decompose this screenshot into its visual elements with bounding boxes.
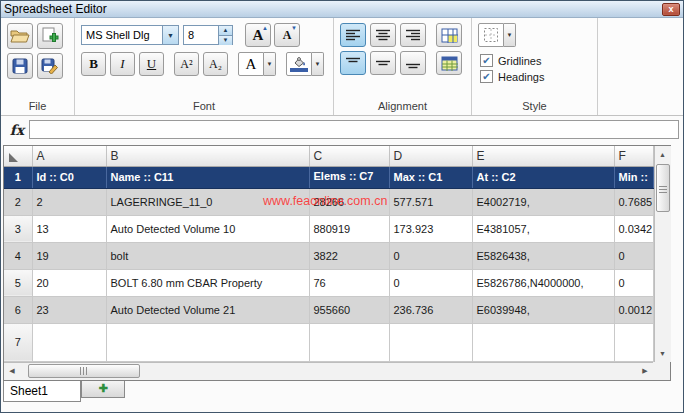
cell-b6[interactable]: Auto Detected Volume 21	[106, 296, 309, 323]
row-header-6[interactable]: 6	[4, 296, 32, 323]
row-header-4[interactable]: 4	[4, 242, 32, 269]
font-family-select[interactable]: MS Shell Dlg ▼	[81, 25, 179, 45]
grow-font-button[interactable]: A ▲	[245, 23, 271, 47]
bold-button[interactable]: B	[81, 52, 106, 76]
cell-d5[interactable]: 0	[389, 269, 472, 296]
cell-e6[interactable]: E6039948,	[472, 296, 614, 323]
scroll-down-icon[interactable]: ▼	[655, 346, 671, 362]
scroll-left-icon[interactable]: ◀	[4, 363, 20, 379]
column-header-c[interactable]: C	[309, 146, 389, 166]
headings-checkbox[interactable]: ✔	[480, 70, 493, 83]
subscript-button[interactable]: A₂	[203, 52, 228, 76]
font-size-stepper[interactable]: 8 ▲ ▼	[183, 25, 233, 45]
add-sheet-button[interactable]: ✚	[81, 381, 125, 398]
new-sheet-button[interactable]	[37, 23, 63, 49]
close-button[interactable]: x	[662, 3, 680, 16]
scroll-up-icon[interactable]: ▲	[655, 146, 671, 162]
cell-f6[interactable]: 0.0012	[614, 296, 653, 323]
cell-d3[interactable]: 173.923	[389, 215, 472, 242]
cell-b7[interactable]	[106, 323, 309, 361]
cell-a3[interactable]: 13	[32, 215, 106, 242]
cell-a5[interactable]: 20	[32, 269, 106, 296]
align-middle-button[interactable]	[370, 51, 396, 75]
column-header-f[interactable]: F	[614, 146, 653, 166]
cell-a7[interactable]	[32, 323, 106, 361]
align-top-button[interactable]	[340, 51, 366, 75]
cell-f5[interactable]: 0	[614, 269, 653, 296]
cell-e2[interactable]: E4002719,	[472, 188, 614, 215]
cell-c6[interactable]: 955660	[309, 296, 389, 323]
cell-c7[interactable]	[309, 323, 389, 361]
formula-input[interactable]	[29, 120, 679, 139]
scroll-right-icon[interactable]: ▶	[637, 363, 653, 379]
underline-button[interactable]: U	[139, 52, 164, 76]
column-header-e[interactable]: E	[472, 146, 614, 166]
cell-c1[interactable]: Elems :: C7	[309, 166, 389, 188]
cell-e4[interactable]: E5826438,	[472, 242, 614, 269]
align-center-button[interactable]	[370, 23, 396, 47]
cell-f1[interactable]: Min ::	[614, 166, 653, 188]
align-bottom-button[interactable]	[400, 51, 426, 75]
column-header-b[interactable]: B	[106, 146, 309, 166]
horizontal-scrollbar-thumb[interactable]	[28, 364, 140, 378]
cell-f7[interactable]	[614, 323, 653, 361]
gridlines-checkbox-row[interactable]: ✔ Gridlines	[480, 54, 591, 67]
row-header-1[interactable]: 1	[4, 166, 32, 188]
cell-c4[interactable]: 3822	[309, 242, 389, 269]
cell-d6[interactable]: 236.736	[389, 296, 472, 323]
cell-a2[interactable]: 2	[32, 188, 106, 215]
cell-d2[interactable]: 577.571	[389, 188, 472, 215]
horizontal-scrollbar[interactable]: ◀ ▶	[4, 362, 670, 380]
cell-b3[interactable]: Auto Detected Volume 10	[106, 215, 309, 242]
row-header-5[interactable]: 5	[4, 269, 32, 296]
borders-split-button[interactable]: ▼	[478, 23, 516, 47]
fill-color-split-button[interactable]: ▼	[286, 52, 324, 76]
font-color-split-button[interactable]: A ▼	[238, 52, 276, 76]
cell-b1[interactable]: Name :: C11	[106, 166, 309, 188]
spin-down-icon[interactable]: ▼	[219, 36, 232, 45]
italic-button[interactable]: I	[110, 52, 135, 76]
spin-up-icon[interactable]: ▲	[219, 26, 232, 36]
cell-b5[interactable]: BOLT 6.80 mm CBAR Property	[106, 269, 309, 296]
column-header-d[interactable]: D	[389, 146, 472, 166]
cell-e7[interactable]	[472, 323, 614, 361]
cell-a6[interactable]: 23	[32, 296, 106, 323]
merge-cells-button[interactable]	[436, 23, 462, 47]
cell-f2[interactable]: 0.7685	[614, 188, 653, 215]
cell-f4[interactable]: 0	[614, 242, 653, 269]
gridlines-checkbox[interactable]: ✔	[480, 54, 493, 67]
font-color-dropdown-icon[interactable]: ▼	[264, 52, 276, 76]
align-right-button[interactable]	[400, 23, 426, 47]
cell-a4[interactable]: 19	[32, 242, 106, 269]
fill-color-dropdown-icon[interactable]: ▼	[312, 52, 324, 76]
cell-e3[interactable]: E4381057,	[472, 215, 614, 242]
row-header-2[interactable]: 2	[4, 188, 32, 215]
cell-d4[interactable]: 0	[389, 242, 472, 269]
row-header-3[interactable]: 3	[4, 215, 32, 242]
cell-e1[interactable]: At :: C2	[472, 166, 614, 188]
superscript-button[interactable]: A²	[174, 52, 199, 76]
save-as-button[interactable]	[37, 53, 63, 79]
chevron-down-icon[interactable]: ▼	[162, 26, 178, 44]
tab-sheet1[interactable]: Sheet1	[3, 381, 81, 402]
cell-f3[interactable]: 0.0342	[614, 215, 653, 242]
cell-a1[interactable]: Id :: C0	[32, 166, 106, 188]
row-header-7[interactable]: 7	[4, 323, 32, 361]
vertical-scrollbar[interactable]: ▲ ▼	[654, 146, 671, 362]
cell-e5[interactable]: E5826786,N4000000,	[472, 269, 614, 296]
vertical-scrollbar-thumb[interactable]	[656, 164, 670, 212]
open-file-button[interactable]	[7, 23, 33, 49]
align-left-button[interactable]	[340, 23, 366, 47]
format-table-button[interactable]	[436, 51, 462, 75]
save-button[interactable]	[7, 53, 33, 79]
shrink-font-button[interactable]: A ▼	[274, 23, 300, 47]
cell-c5[interactable]: 76	[309, 269, 389, 296]
headings-checkbox-row[interactable]: ✔ Headings	[480, 70, 591, 83]
cell-c3[interactable]: 880919	[309, 215, 389, 242]
select-all-button[interactable]	[4, 146, 32, 166]
column-header-a[interactable]: A	[32, 146, 106, 166]
borders-dropdown-icon[interactable]: ▼	[504, 23, 516, 47]
cell-d7[interactable]	[389, 323, 472, 361]
cell-d1[interactable]: Max :: C1	[389, 166, 472, 188]
cell-b4[interactable]: bolt	[106, 242, 309, 269]
